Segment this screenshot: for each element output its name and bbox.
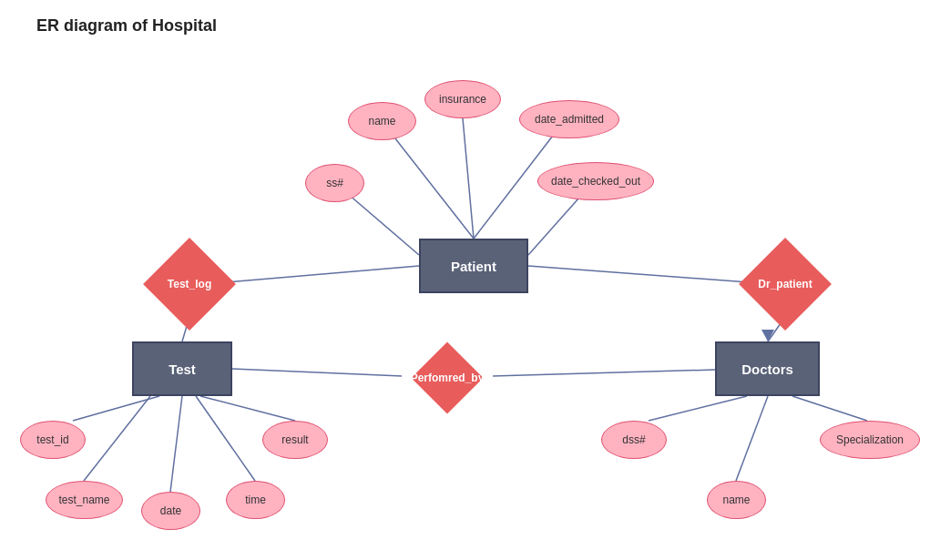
svg-line-1	[463, 118, 474, 239]
attr-dss-hash-label: dss#	[622, 433, 645, 446]
entity-doctors: Doctors	[715, 341, 820, 396]
attr-name: name	[348, 102, 416, 140]
attr-ss-hash: ss#	[305, 164, 364, 202]
attr-doc-name-label: name	[722, 494, 750, 506]
svg-line-15	[196, 396, 255, 481]
svg-line-19	[792, 396, 867, 421]
svg-line-14	[200, 396, 295, 421]
attr-dss-hash: dss#	[601, 421, 667, 459]
attr-specialization-label: Specialization	[836, 433, 904, 446]
attr-date-test-label: date	[160, 504, 181, 517]
svg-line-5	[226, 266, 419, 282]
entity-patient-label: Patient	[451, 259, 496, 274]
svg-line-16	[170, 396, 182, 492]
attr-date-checked-out-label: date_checked_out	[551, 175, 640, 188]
attr-date-test: date	[141, 492, 200, 530]
page-title: ER diagram of Hospital	[36, 16, 217, 36]
diagram-container: ER diagram of Hospital Patient Test Doct…	[0, 0, 930, 560]
attr-doc-name: name	[707, 481, 766, 519]
svg-line-13	[84, 396, 150, 481]
svg-line-17	[649, 396, 747, 421]
entity-test: Test	[132, 341, 232, 396]
svg-line-6	[528, 266, 749, 282]
entity-doctors-label: Doctors	[741, 361, 793, 377]
attr-result-label: result	[281, 433, 308, 446]
entity-test-label: Test	[169, 361, 196, 377]
attr-date-admitted-label: date_admitted	[535, 113, 604, 126]
attr-ss-hash-label: ss#	[326, 177, 343, 189]
attr-time: time	[226, 481, 285, 519]
svg-line-11	[493, 370, 715, 376]
attr-test-name: test_name	[46, 481, 123, 519]
attr-name-label: name	[368, 115, 395, 127]
svg-line-0	[382, 121, 474, 239]
attr-insurance-label: insurance	[439, 93, 486, 106]
attr-specialization: Specialization	[820, 421, 920, 459]
attr-time-label: time	[245, 494, 266, 506]
attr-test-id-label: test_id	[36, 433, 68, 446]
relation-test-log: Test_log	[153, 248, 226, 321]
attr-insurance: insurance	[424, 80, 501, 118]
attr-date-checked-out: date_checked_out	[537, 162, 654, 200]
entity-patient: Patient	[419, 239, 528, 293]
svg-marker-9	[761, 330, 774, 341]
svg-line-18	[736, 396, 768, 481]
svg-line-10	[232, 369, 402, 376]
relation-dr-patient: Dr_patient	[749, 248, 822, 321]
svg-line-12	[73, 396, 159, 421]
attr-date-admitted: date_admitted	[519, 100, 619, 138]
attr-result: result	[262, 421, 328, 459]
attr-test-name-label: test_name	[58, 494, 109, 506]
relation-performed-by: Perfomred_by	[395, 351, 499, 405]
attr-test-id: test_id	[20, 421, 86, 459]
